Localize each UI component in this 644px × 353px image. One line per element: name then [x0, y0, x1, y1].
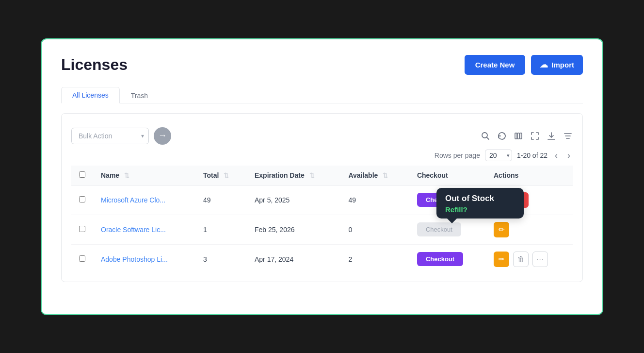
table-row: Oracle Software Lic... 1 Feb 25, 2026 0 …: [71, 215, 573, 244]
td-actions-2: ✏ Out of Stock Refill?: [486, 215, 573, 244]
bulk-action-select[interactable]: Bulk Action Delete Export: [71, 128, 149, 144]
td-available-2: 0: [340, 215, 409, 244]
th-total: Total ⇅: [195, 166, 247, 185]
td-name-2: Oracle Software Lic...: [93, 215, 195, 244]
row-checkbox-2[interactable]: [79, 226, 85, 232]
delete-button-3[interactable]: 🗑: [513, 252, 529, 267]
tab-bar: All Licenses Trash: [61, 86, 583, 103]
page-header: Licenses Create New ☁ Import: [61, 55, 583, 75]
filter-icon[interactable]: [563, 131, 573, 141]
license-link-2[interactable]: Oracle Software Lic...: [101, 226, 166, 234]
edit-button-2[interactable]: ✏: [494, 222, 509, 237]
th-actions: Actions: [486, 166, 573, 185]
checkout-button-2: Checkout: [417, 222, 461, 236]
td-name-1: Microsoft Azure Clo...: [93, 185, 195, 215]
tab-all-licenses[interactable]: All Licenses: [61, 87, 120, 103]
th-available: Available ⇅: [340, 166, 409, 185]
td-checkbox-1: [71, 185, 93, 215]
expiration-sort-icon[interactable]: ⇅: [309, 172, 315, 179]
import-button[interactable]: ☁ Import: [531, 55, 583, 75]
td-available-3: 2: [340, 244, 409, 274]
next-page-button[interactable]: ›: [565, 150, 573, 162]
table-area: Name ⇅ Total ⇅ Expiration Date ⇅ Avail: [71, 166, 573, 274]
toolbar-left: Bulk Action Delete Export →: [71, 127, 171, 145]
refresh-icon[interactable]: [497, 131, 507, 141]
total-sort-icon[interactable]: ⇅: [224, 172, 229, 179]
toolbar: Bulk Action Delete Export →: [71, 121, 573, 150]
checkout-button-3[interactable]: Checkout: [417, 252, 463, 266]
import-label: Import: [551, 61, 574, 69]
header-actions: Create New ☁ Import: [465, 55, 583, 75]
tooltip-wrapper: ✏ Out of Stock Refill?: [494, 222, 509, 237]
licenses-table: Name ⇅ Total ⇅ Expiration Date ⇅ Avail: [71, 166, 573, 274]
td-expiration-2: Feb 25, 2026: [247, 215, 340, 244]
prev-page-button[interactable]: ‹: [552, 150, 560, 162]
td-name-3: Adobe Photoshop Li...: [93, 244, 195, 274]
edit-button-3[interactable]: ✏: [494, 252, 509, 267]
td-actions-3: ✏ 🗑 ···: [486, 244, 573, 274]
svg-rect-2: [515, 133, 517, 139]
td-expiration-3: Apr 17, 2024: [247, 244, 340, 274]
rows-select-wrapper: 20 50 100: [485, 150, 512, 161]
table-row: Adobe Photoshop Li... 3 Apr 17, 2024 2 C…: [71, 244, 573, 274]
bulk-action-go-button[interactable]: →: [154, 127, 171, 145]
name-sort-icon[interactable]: ⇅: [124, 172, 129, 179]
pagination-bar: Rows per page 20 50 100 1-20 of 22 ‹ ›: [71, 150, 573, 162]
tooltip-title: Out of Stock: [445, 194, 515, 203]
select-all-checkbox[interactable]: [79, 171, 85, 178]
th-expiration-date: Expiration Date ⇅: [247, 166, 340, 185]
columns-icon[interactable]: [514, 131, 523, 141]
download-icon[interactable]: [547, 131, 556, 141]
tab-trash[interactable]: Trash: [120, 87, 159, 103]
th-checkout: Checkout: [409, 166, 486, 185]
svg-line-1: [487, 137, 489, 139]
create-new-button[interactable]: Create New: [465, 55, 526, 75]
page-title: Licenses: [61, 56, 128, 74]
td-total-1: 49: [195, 185, 247, 215]
th-name: Name ⇅: [93, 166, 195, 185]
fullscreen-icon[interactable]: [530, 131, 540, 141]
row-checkbox-1[interactable]: [79, 196, 85, 202]
row-checkbox-3[interactable]: [79, 255, 85, 262]
pencil-icon-2: ✏: [499, 225, 505, 234]
th-checkbox: [71, 166, 93, 185]
rows-per-page-select[interactable]: 20 50 100: [485, 150, 512, 161]
license-link-1[interactable]: Microsoft Azure Clo...: [101, 196, 165, 204]
rows-per-page-label: Rows per page: [435, 151, 480, 159]
td-expiration-1: Apr 5, 2025: [247, 185, 340, 215]
bulk-action-wrapper: Bulk Action Delete Export: [71, 128, 149, 144]
td-checkbox-3: [71, 244, 93, 274]
available-sort-icon[interactable]: ⇅: [383, 172, 388, 179]
ellipsis-icon-3: ···: [536, 255, 544, 263]
table-header-row: Name ⇅ Total ⇅ Expiration Date ⇅ Avail: [71, 166, 573, 185]
td-checkout-3: Checkout: [409, 244, 486, 274]
main-window: Licenses Create New ☁ Import All License…: [41, 38, 603, 315]
tooltip-refill[interactable]: Refill?: [445, 205, 515, 214]
trash-icon-3: 🗑: [517, 255, 525, 263]
license-link-3[interactable]: Adobe Photoshop Li...: [101, 255, 168, 263]
td-checkbox-2: [71, 215, 93, 244]
toolbar-right: [481, 131, 573, 141]
actions-cell-3: ✏ 🗑 ···: [494, 252, 565, 267]
arrow-right-icon: →: [158, 131, 167, 141]
svg-rect-4: [520, 133, 522, 139]
td-total-3: 3: [195, 244, 247, 274]
td-available-1: 49: [340, 185, 409, 215]
actions-cell-2: ✏ Out of Stock Refill?: [494, 222, 565, 237]
svg-rect-3: [517, 133, 519, 139]
search-icon[interactable]: [481, 131, 490, 141]
out-of-stock-tooltip: Out of Stock Refill?: [436, 188, 524, 219]
more-button-3[interactable]: ···: [532, 252, 548, 267]
pencil-icon-3: ✏: [499, 255, 505, 264]
page-info: 1-20 of 22: [517, 151, 547, 159]
cloud-icon: ☁: [540, 60, 548, 70]
td-total-2: 1: [195, 215, 247, 244]
